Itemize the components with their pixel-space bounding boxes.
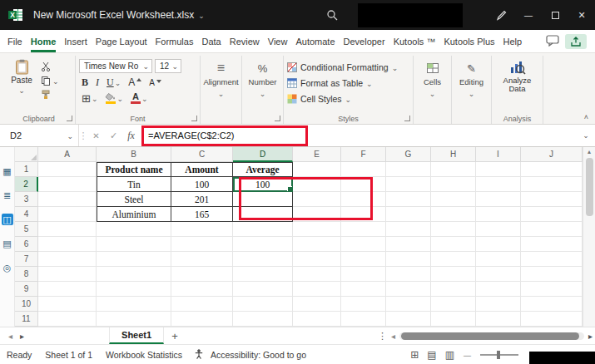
cell-J6[interactable] bbox=[521, 237, 583, 252]
cell-G10[interactable] bbox=[386, 297, 431, 312]
cell-I3[interactable] bbox=[476, 192, 521, 207]
row-header-1[interactable]: 1 bbox=[15, 162, 38, 177]
formula-bar-expand-icon[interactable] bbox=[577, 125, 595, 146]
zoom-out-button[interactable] bbox=[464, 350, 471, 360]
font-color-button[interactable]: A bbox=[128, 91, 151, 105]
col-header-H[interactable]: H bbox=[431, 147, 476, 162]
number-dialog-launcher[interactable] bbox=[275, 116, 280, 121]
zoom-slider[interactable] bbox=[480, 354, 518, 356]
row-header-11[interactable]: 11 bbox=[15, 312, 38, 327]
cell-C9[interactable] bbox=[171, 282, 233, 297]
underline-dropdown-icon[interactable] bbox=[115, 76, 121, 88]
cell-I5[interactable] bbox=[476, 222, 521, 237]
format-as-table-button[interactable]: Format as Table bbox=[287, 75, 409, 91]
cell-B8[interactable] bbox=[97, 267, 171, 282]
kutools-find-icon[interactable] bbox=[2, 262, 13, 273]
cell-F8[interactable] bbox=[341, 267, 386, 282]
cell-D3[interactable] bbox=[233, 192, 293, 207]
cell-F6[interactable] bbox=[341, 237, 386, 252]
cell-E6[interactable] bbox=[293, 237, 341, 252]
cell-C3[interactable]: 201 bbox=[171, 192, 233, 207]
cell-E1[interactable] bbox=[293, 162, 341, 177]
cancel-icon[interactable] bbox=[87, 125, 105, 146]
analyze-data-button[interactable]: Analyze Data bbox=[498, 60, 538, 93]
cell-G7[interactable] bbox=[386, 252, 431, 267]
menu-tab-view[interactable]: View bbox=[264, 30, 292, 52]
cell-G8[interactable] bbox=[386, 267, 431, 282]
cell-D4[interactable] bbox=[233, 207, 293, 222]
cell-A7[interactable] bbox=[38, 252, 97, 267]
cell-I11[interactable] bbox=[476, 312, 521, 327]
cell-J11[interactable] bbox=[521, 312, 583, 327]
cell-H10[interactable] bbox=[431, 297, 476, 312]
next-sheet-arrow[interactable] bbox=[20, 331, 24, 341]
cell-G4[interactable] bbox=[386, 207, 431, 222]
cell-D8[interactable] bbox=[233, 267, 293, 282]
alignment-group-button[interactable]: Alignment bbox=[201, 56, 242, 124]
editing-group-button[interactable]: Editing bbox=[452, 56, 492, 124]
col-header-I[interactable]: I bbox=[476, 147, 521, 162]
minimize-button[interactable] bbox=[515, 0, 542, 30]
zoom-slider-thumb[interactable] bbox=[497, 351, 500, 359]
cell-J4[interactable] bbox=[521, 207, 583, 222]
cell-H1[interactable] bbox=[431, 162, 476, 177]
cell-D7[interactable] bbox=[233, 252, 293, 267]
number-group-button[interactable]: % Number bbox=[242, 56, 284, 124]
row-header-4[interactable]: 4 bbox=[15, 207, 38, 222]
cell-H6[interactable] bbox=[431, 237, 476, 252]
cell-E10[interactable] bbox=[293, 297, 341, 312]
hscroll-left-arrow[interactable] bbox=[391, 331, 395, 341]
cell-D9[interactable] bbox=[233, 282, 293, 297]
cell-E3[interactable] bbox=[293, 192, 341, 207]
cell-B11[interactable] bbox=[97, 312, 171, 327]
cell-G1[interactable] bbox=[386, 162, 431, 177]
cell-C10[interactable] bbox=[171, 297, 233, 312]
cell-A2[interactable] bbox=[38, 177, 97, 192]
cell-E9[interactable] bbox=[293, 282, 341, 297]
cell-E2[interactable] bbox=[293, 177, 341, 192]
cell-H8[interactable] bbox=[431, 267, 476, 282]
cell-H11[interactable] bbox=[431, 312, 476, 327]
col-header-F[interactable]: F bbox=[341, 147, 386, 162]
cell-E11[interactable] bbox=[293, 312, 341, 327]
menu-tab-file[interactable]: File bbox=[3, 30, 27, 52]
bold-button[interactable]: B bbox=[79, 76, 91, 89]
cell-I6[interactable] bbox=[476, 237, 521, 252]
cell-F9[interactable] bbox=[341, 282, 386, 297]
prev-sheet-arrow[interactable] bbox=[8, 331, 12, 341]
cell-D11[interactable] bbox=[233, 312, 293, 327]
cell-D2[interactable]: 100 bbox=[233, 177, 293, 192]
cell-A9[interactable] bbox=[38, 282, 97, 297]
cell-H9[interactable] bbox=[431, 282, 476, 297]
kutools-pane-icon[interactable] bbox=[2, 214, 13, 225]
borders-dropdown-icon[interactable] bbox=[92, 92, 98, 104]
horizontal-scrollbar-thumb[interactable] bbox=[401, 332, 579, 340]
row-header-9[interactable]: 9 bbox=[15, 282, 38, 297]
italic-button[interactable]: I bbox=[93, 76, 102, 89]
menu-tab-automate[interactable]: Automate bbox=[291, 30, 339, 52]
menu-tab-review[interactable]: Review bbox=[226, 30, 264, 52]
accessibility-status-button[interactable]: Accessibility: Good to go bbox=[204, 350, 313, 360]
cell-D1[interactable]: Average bbox=[233, 162, 293, 177]
cell-A4[interactable] bbox=[38, 207, 97, 222]
styles-dialog-launcher[interactable] bbox=[404, 116, 410, 121]
col-header-C[interactable]: C bbox=[171, 147, 233, 162]
cell-C6[interactable] bbox=[171, 237, 233, 252]
menu-tab-insert[interactable]: Insert bbox=[60, 30, 92, 52]
cell-B1[interactable]: Product name bbox=[97, 162, 171, 177]
cell-J8[interactable] bbox=[521, 267, 583, 282]
cell-G5[interactable] bbox=[386, 222, 431, 237]
cell-E7[interactable] bbox=[293, 252, 341, 267]
cell-H2[interactable] bbox=[431, 177, 476, 192]
cell-C4[interactable]: 165 bbox=[171, 207, 233, 222]
share-button[interactable] bbox=[565, 34, 587, 49]
cell-B7[interactable] bbox=[97, 252, 171, 267]
cell-C5[interactable] bbox=[171, 222, 233, 237]
cell-G2[interactable] bbox=[386, 177, 431, 192]
cell-J2[interactable] bbox=[521, 177, 583, 192]
conditional-formatting-button[interactable]: Conditional Formatting bbox=[287, 59, 409, 75]
row-header-7[interactable]: 7 bbox=[15, 252, 38, 267]
col-header-A[interactable]: A bbox=[38, 147, 97, 162]
formula-bar-grip[interactable] bbox=[79, 125, 87, 146]
cell-A5[interactable] bbox=[38, 222, 97, 237]
